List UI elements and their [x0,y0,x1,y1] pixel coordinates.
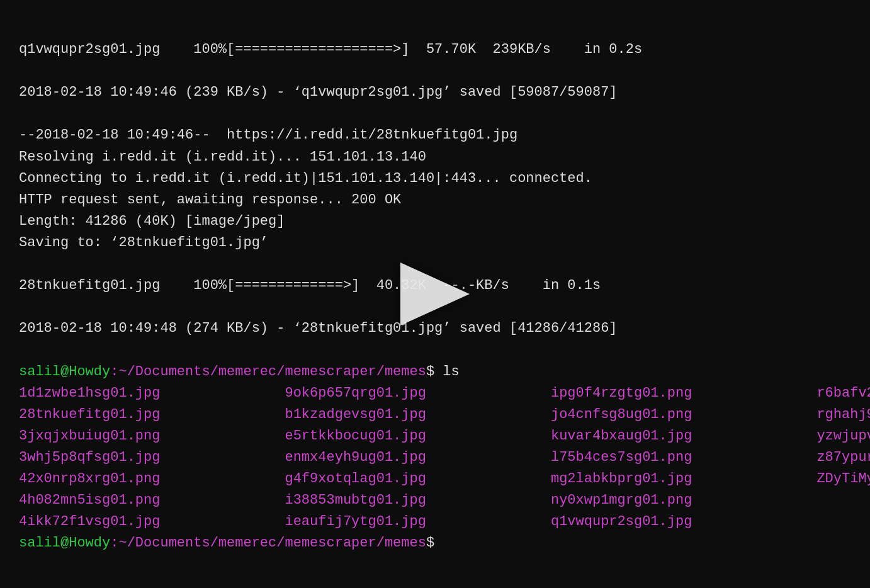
terminal-line: --2018-02-18 10:49:46-- https://i.redd.i… [19,125,851,146]
file-row: 42x0nrp8xrg01.png g4f9xotqlag01.jpg mg2l… [19,468,851,490]
terminal-line: Length: 41286 (40K) [image/jpeg] [19,211,851,232]
file-row: 3whj5p8qfsg01.jpg enmx4eyh9ug01.jpg l75b… [19,447,851,468]
terminal-line: Resolving i.redd.it (i.redd.it)... 151.1… [19,147,851,168]
file-row: 3jxqjxbuiug01.png e5rtkkbocug01.jpg kuva… [19,426,851,447]
play-button[interactable] [397,263,473,325]
terminal-line: salil@Howdy:~/Documents/memerec/memescra… [19,533,851,554]
file-row: 4ikk72f1vsg01.jpg ieaufij7ytg01.jpg q1vw… [19,511,851,533]
terminal-line [19,60,851,82]
terminal-line [19,339,851,361]
terminal-line: Saving to: ‘28tnkuefitg01.jpg’ [19,232,851,254]
terminal-line [19,103,851,125]
file-row: 28tnkuefitg01.jpg b1kzadgevsg01.jpg jo4c… [19,404,851,426]
file-row: 1d1zwbe1hsg01.jpg 9ok6p657qrg01.jpg ipg0… [19,383,851,404]
terminal-line: Connecting to i.redd.it (i.redd.it)|151.… [19,168,851,189]
terminal-line: q1vwqupr2sg01.jpg 100%[=================… [19,39,851,60]
terminal-line: salil@Howdy:~/Documents/memerec/memescra… [19,361,851,383]
terminal-line: 2018-02-18 10:49:46 (239 KB/s) - ‘q1vwqu… [19,82,851,103]
play-triangle-icon [400,263,470,325]
terminal-line: HTTP request sent, awaiting response... … [19,189,851,211]
file-row: 4h082mn5isg01.png i38853mubtg01.jpg ny0x… [19,490,851,511]
